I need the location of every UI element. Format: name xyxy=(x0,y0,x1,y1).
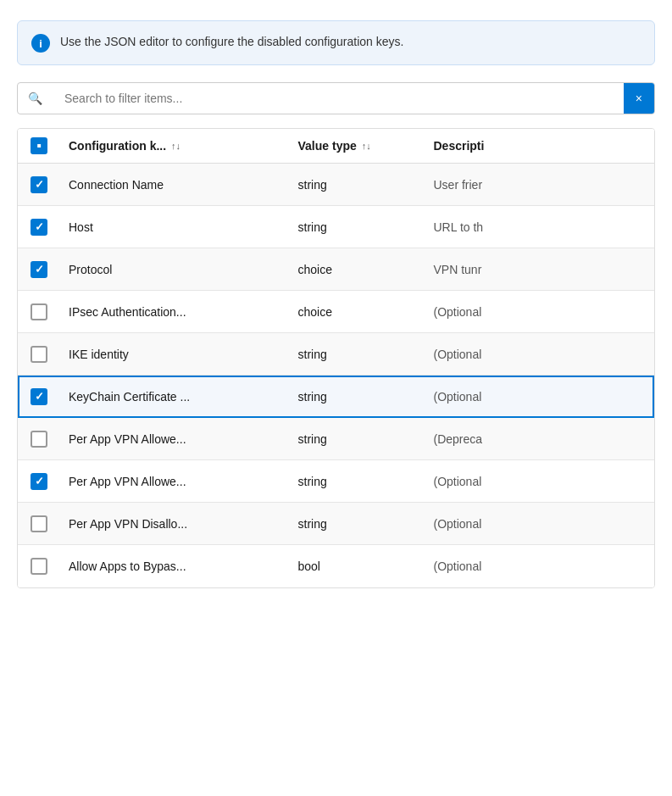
row-config-key: IPsec Authentication... xyxy=(60,295,290,329)
table-row: Per App VPN Allowe...string(Optional xyxy=(18,460,654,503)
table-body: Connection NamestringUser frierHoststrin… xyxy=(18,164,654,587)
table-row: IPsec Authentication...choice(Optional xyxy=(18,291,654,333)
row-config-key: Allow Apps to Bypas... xyxy=(60,549,290,583)
table-row: ProtocolchoiceVPN tunr xyxy=(18,248,654,291)
row-description: (Optional xyxy=(425,507,655,541)
row-checkbox[interactable] xyxy=(31,346,47,363)
row-config-key: IKE identity xyxy=(60,337,290,371)
table-container: Configuration k... ↑↓ Value type ↑↓ Desc… xyxy=(17,128,655,588)
row-value-type: string xyxy=(290,422,425,456)
info-icon: i xyxy=(31,34,50,53)
header-config-key[interactable]: Configuration k... ↑↓ xyxy=(60,137,290,154)
row-description: (Depreca xyxy=(425,422,655,456)
clear-button[interactable]: × xyxy=(624,83,654,114)
row-checkbox-cell xyxy=(18,261,60,278)
header-checkbox-cell xyxy=(18,137,60,154)
row-checkbox[interactable] xyxy=(31,515,47,532)
row-checkbox-cell xyxy=(18,388,60,405)
table-header: Configuration k... ↑↓ Value type ↑↓ Desc… xyxy=(18,129,654,164)
row-description: (Optional xyxy=(425,380,655,414)
row-checkbox-cell xyxy=(18,176,60,193)
info-text: Use the JSON editor to configure the dis… xyxy=(60,33,403,51)
row-value-type: string xyxy=(290,465,425,498)
row-checkbox-cell xyxy=(18,558,60,575)
row-description: (Optional xyxy=(425,295,655,329)
row-value-type: string xyxy=(290,210,425,244)
row-config-key: Connection Name xyxy=(60,168,290,202)
row-description: (Optional xyxy=(425,337,655,371)
row-config-key: Per App VPN Disallo... xyxy=(60,507,290,541)
row-checkbox-cell xyxy=(18,473,60,490)
sort-icon-value: ↑↓ xyxy=(362,141,371,151)
row-value-type: string xyxy=(290,168,425,202)
row-config-key: Protocol xyxy=(60,253,290,287)
sort-icon-config: ↑↓ xyxy=(171,141,180,151)
row-config-key: Per App VPN Allowe... xyxy=(60,422,290,456)
row-checkbox-cell xyxy=(18,303,60,320)
row-value-type: choice xyxy=(290,253,425,287)
search-icon: 🔍 xyxy=(18,83,53,114)
search-input[interactable] xyxy=(53,83,624,114)
row-value-type: string xyxy=(290,337,425,371)
header-description-label: Descripti xyxy=(434,139,485,153)
row-description: (Optional xyxy=(425,549,655,583)
table-row: Per App VPN Disallo...string(Optional xyxy=(18,503,654,545)
table-row: Per App VPN Allowe...string(Depreca xyxy=(18,418,654,460)
row-value-type: string xyxy=(290,507,425,541)
header-checkbox[interactable] xyxy=(31,137,47,154)
header-value-type[interactable]: Value type ↑↓ xyxy=(290,137,425,154)
row-checkbox-cell xyxy=(18,219,60,236)
row-checkbox[interactable] xyxy=(31,431,47,448)
table-row: HoststringURL to th xyxy=(18,206,654,248)
search-container: 🔍 × xyxy=(17,82,655,114)
row-checkbox[interactable] xyxy=(31,303,47,320)
row-checkbox[interactable] xyxy=(31,219,47,236)
row-checkbox[interactable] xyxy=(31,473,47,490)
table-row: Connection NamestringUser frier xyxy=(18,164,654,206)
row-description: User frier xyxy=(425,168,655,202)
row-checkbox-cell xyxy=(18,515,60,532)
table-row: IKE identitystring(Optional xyxy=(18,333,654,376)
row-config-key: KeyChain Certificate ... xyxy=(60,380,290,414)
header-config-key-label: Configuration k... xyxy=(69,139,166,153)
row-description: VPN tunr xyxy=(425,253,655,287)
row-checkbox[interactable] xyxy=(31,176,47,193)
info-banner: i Use the JSON editor to configure the d… xyxy=(17,20,655,65)
row-description: (Optional xyxy=(425,465,655,498)
row-value-type: string xyxy=(290,380,425,414)
row-checkbox[interactable] xyxy=(31,388,47,405)
row-checkbox[interactable] xyxy=(31,558,47,575)
header-value-type-label: Value type xyxy=(298,139,357,153)
row-checkbox-cell xyxy=(18,346,60,363)
row-config-key: Host xyxy=(60,210,290,244)
row-value-type: bool xyxy=(290,549,425,583)
row-description: URL to th xyxy=(425,210,655,244)
row-value-type: choice xyxy=(290,295,425,329)
table-row: KeyChain Certificate ...string(Optional xyxy=(18,376,654,418)
row-checkbox[interactable] xyxy=(31,261,47,278)
row-checkbox-cell xyxy=(18,431,60,448)
table-row: Allow Apps to Bypas...bool(Optional xyxy=(18,545,654,587)
row-config-key: Per App VPN Allowe... xyxy=(60,465,290,498)
header-description: Descripti xyxy=(425,137,655,154)
